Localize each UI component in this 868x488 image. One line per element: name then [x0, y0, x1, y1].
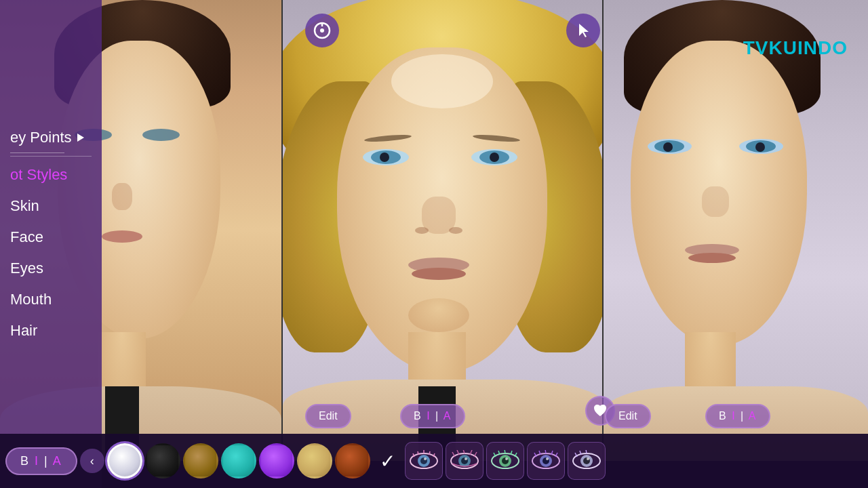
- eye-style-natural-icon: [408, 450, 440, 472]
- sidebar: ey Points ot Styles Skin Face Eyes Mouth…: [0, 0, 102, 488]
- eye-style-button-3[interactable]: [486, 442, 524, 480]
- center-face-icon-right[interactable]: [566, 14, 600, 47]
- scroll-left-button[interactable]: ‹: [80, 449, 104, 473]
- right-face-bia-button[interactable]: B I | A: [705, 404, 770, 428]
- eye-style-dramatic-icon: [448, 450, 481, 472]
- sidebar-item-hot-styles[interactable]: ot Styles: [0, 159, 102, 190]
- eye-style-classic-icon: [530, 450, 562, 472]
- svg-point-41: [587, 458, 589, 460]
- sidebar-hot-styles-label: ot Styles: [10, 166, 67, 183]
- eye-style-button-2[interactable]: [446, 442, 484, 480]
- chevron-left-icon: ‹: [90, 454, 94, 468]
- bottom-toolbar: B I | A ‹ ✓: [0, 434, 868, 488]
- checkmark-button[interactable]: ✓: [373, 450, 402, 472]
- cursor-icon: [574, 21, 593, 40]
- sidebar-arrow-icon: [77, 134, 84, 142]
- rotate-icon: [313, 21, 332, 40]
- face-center-panel: [281, 0, 604, 461]
- sidebar-divider: [10, 156, 92, 157]
- svg-line-35: [545, 450, 546, 453]
- sidebar-skin-label: Skin: [10, 197, 39, 214]
- color-swatch-brown[interactable]: [183, 443, 218, 479]
- sidebar-key-points-label: ey Points: [10, 129, 72, 146]
- svg-line-26: [505, 450, 505, 453]
- sidebar-item-skin[interactable]: Skin: [0, 190, 102, 222]
- svg-point-32: [546, 458, 549, 460]
- color-swatch-white[interactable]: [107, 443, 142, 479]
- eye-style-button-1[interactable]: [405, 442, 443, 480]
- center-face-edit-button[interactable]: Edit: [305, 404, 351, 428]
- svg-line-7: [418, 451, 418, 455]
- sidebar-mouth-label: Mouth: [10, 291, 52, 308]
- color-swatch-purple[interactable]: [259, 443, 294, 479]
- svg-point-5: [424, 458, 427, 460]
- eye-style-colorful-icon: [489, 450, 521, 472]
- center-face-bia-button[interactable]: B I | A: [400, 404, 465, 428]
- face-right-panel: [604, 0, 868, 461]
- sidebar-eyes-label: Eyes: [10, 260, 43, 277]
- sidebar-item-hair[interactable]: Hair: [0, 315, 102, 346]
- sidebar-item-key-points[interactable]: ey Points: [0, 122, 102, 153]
- svg-point-14: [465, 458, 467, 460]
- svg-line-44: [586, 450, 587, 453]
- color-swatch-teal[interactable]: [221, 443, 256, 479]
- color-swatch-tan[interactable]: [297, 443, 332, 479]
- sidebar-item-face[interactable]: Face: [0, 222, 102, 253]
- main-container: ey Points ot Styles Skin Face Eyes Mouth…: [0, 0, 868, 488]
- sidebar-item-mouth[interactable]: Mouth: [0, 284, 102, 315]
- right-face-edit-button[interactable]: Edit: [605, 404, 651, 428]
- svg-point-23: [505, 458, 508, 460]
- color-swatch-auburn[interactable]: [335, 443, 370, 479]
- eye-style-button-4[interactable]: [527, 442, 565, 480]
- eye-style-partial-icon: [570, 450, 603, 472]
- checkmark-icon: ✓: [380, 451, 395, 472]
- svg-point-1: [320, 28, 324, 33]
- sidebar-hair-label: Hair: [10, 322, 37, 339]
- logo: TVKUINDO: [743, 37, 848, 59]
- eye-style-button-5[interactable]: [568, 442, 606, 480]
- svg-line-9: [429, 451, 430, 455]
- left-face-bia-button[interactable]: B I | A: [5, 447, 77, 475]
- center-face-icon-left[interactable]: [305, 14, 339, 47]
- sidebar-face-label: Face: [10, 228, 43, 245]
- sidebar-item-eyes[interactable]: Eyes: [0, 253, 102, 284]
- color-swatch-black[interactable]: [145, 443, 180, 479]
